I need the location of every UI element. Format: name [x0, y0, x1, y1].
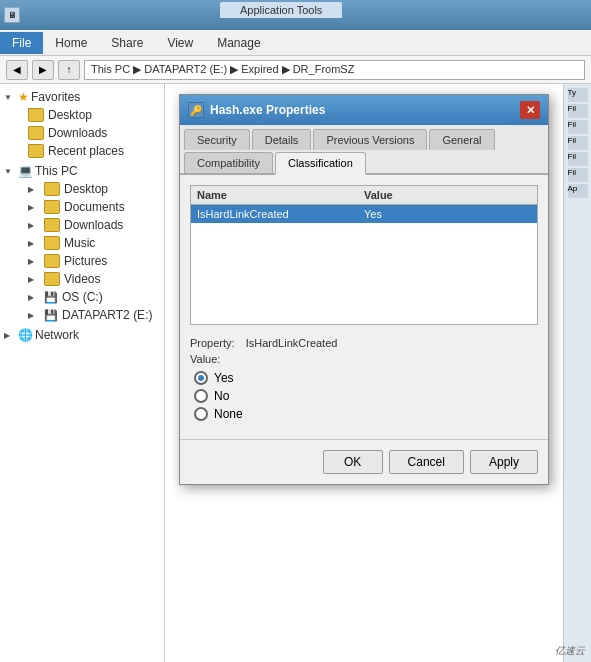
thispc-header[interactable]: ▼ 💻 This PC [0, 162, 164, 180]
expand-arrow-network: ▶ [4, 331, 16, 340]
radio-none-label: None [214, 407, 243, 421]
value-label: Value: [190, 353, 538, 365]
expand-icon: ▶ [28, 239, 40, 248]
main-layout: ▼ ★ Favorites Desktop Downloads Recent p… [0, 84, 591, 662]
radio-no-label: No [214, 389, 229, 403]
drive-icon: 💾 [44, 291, 58, 304]
folder-icon [44, 182, 60, 196]
title-bar: 🖥 Application Tools [0, 0, 591, 30]
label: Videos [64, 272, 100, 286]
menu-bar: File Home Share View Manage [0, 30, 591, 56]
content-area: 🔑 Hash.exe Properties ✕ Security Details… [165, 84, 563, 662]
expand-icon: ▶ [28, 185, 40, 194]
dialog-tabs: Security Details Previous Versions Gener… [180, 125, 548, 175]
network-header[interactable]: ▶ 🌐 Network [0, 326, 164, 344]
menu-manage[interactable]: Manage [205, 32, 272, 54]
sidebar-item-downloads[interactable]: ▶ Downloads [20, 216, 164, 234]
radio-yes[interactable]: Yes [194, 371, 538, 385]
expand-arrow-thispc: ▼ [4, 167, 16, 176]
menu-file[interactable]: File [0, 32, 43, 54]
menu-view[interactable]: View [155, 32, 205, 54]
sidebar-item-documents[interactable]: ▶ Documents [20, 198, 164, 216]
label: Desktop [48, 108, 92, 122]
path-text: This PC ▶ DATAPART2 (E:) ▶ Expired ▶ DR_… [91, 63, 354, 76]
radio-circle-none [194, 407, 208, 421]
properties-dialog: 🔑 Hash.exe Properties ✕ Security Details… [179, 94, 549, 485]
favorites-children: Desktop Downloads Recent places [0, 106, 164, 160]
label: Recent places [48, 144, 124, 158]
drive-icon: 💾 [44, 309, 58, 322]
folder-icon [28, 144, 44, 158]
cell-name: IsHardLinkCreated [197, 208, 364, 220]
tab-classification[interactable]: Classification [275, 152, 366, 175]
menu-share[interactable]: Share [99, 32, 155, 54]
dialog-title-text: Hash.exe Properties [210, 103, 325, 117]
rp-item-4: Fil [568, 152, 588, 166]
tab-previous-versions[interactable]: Previous Versions [313, 129, 427, 150]
sidebar-item-music[interactable]: ▶ Music [20, 234, 164, 252]
table-header: Name Value [191, 186, 537, 205]
ok-button[interactable]: OK [323, 450, 383, 474]
dialog-close-button[interactable]: ✕ [520, 101, 540, 119]
back-button[interactable]: ◀ [6, 60, 28, 80]
col-value: Value [364, 189, 531, 201]
sidebar-item-desktop-pc[interactable]: ▶ Desktop [20, 180, 164, 198]
dialog-overlay: 🔑 Hash.exe Properties ✕ Security Details… [165, 84, 563, 662]
expand-icon: ▶ [28, 293, 40, 302]
pc-icon: 💻 [18, 164, 33, 178]
property-key: Property: [190, 337, 235, 349]
apply-button[interactable]: Apply [470, 450, 538, 474]
forward-button[interactable]: ▶ [32, 60, 54, 80]
label: Downloads [64, 218, 123, 232]
folder-icon [44, 200, 60, 214]
dialog-footer: OK Cancel Apply [180, 439, 548, 484]
sidebar-item-downloads-fav[interactable]: Downloads [20, 124, 164, 142]
sidebar-item-osc[interactable]: ▶ 💾 OS (C:) [20, 288, 164, 306]
cell-value: Yes [364, 208, 531, 220]
folder-icon [44, 254, 60, 268]
tab-details[interactable]: Details [252, 129, 312, 150]
favorites-header[interactable]: ▼ ★ Favorites [0, 88, 164, 106]
dialog-app-icon: 🔑 [188, 102, 204, 118]
classification-table: Name Value IsHardLinkCreated Yes [190, 185, 538, 325]
watermark: 亿速云 [555, 644, 585, 658]
sidebar-item-datapart2[interactable]: ▶ 💾 DATAPART2 (E:) [20, 306, 164, 324]
sidebar-item-desktop-fav[interactable]: Desktop [20, 106, 164, 124]
right-panel: Ty Fil Fil Fil Fil Fil Ap [563, 84, 591, 662]
label: Pictures [64, 254, 107, 268]
label: Downloads [48, 126, 107, 140]
rp-item-3: Fil [568, 136, 588, 150]
folder-icon [44, 236, 60, 250]
favorites-label: Favorites [31, 90, 80, 104]
cancel-button[interactable]: Cancel [389, 450, 464, 474]
sidebar-item-recent-fav[interactable]: Recent places [20, 142, 164, 160]
property-display: Property: IsHardLinkCreated Value: Yes [190, 337, 538, 421]
thispc-children: ▶ Desktop ▶ Documents ▶ Downloads ▶ [0, 180, 164, 324]
rp-item-1: Fil [568, 104, 588, 118]
favorites-section: ▼ ★ Favorites Desktop Downloads Recent p… [0, 88, 164, 160]
menu-home[interactable]: Home [43, 32, 99, 54]
address-bar: ◀ ▶ ↑ This PC ▶ DATAPART2 (E:) ▶ Expired… [0, 56, 591, 84]
expand-icon: ▶ [28, 257, 40, 266]
expand-icon: ▶ [28, 311, 40, 320]
tab-compatibility[interactable]: Compatibility [184, 152, 273, 173]
tab-security[interactable]: Security [184, 129, 250, 150]
network-section: ▶ 🌐 Network [0, 326, 164, 344]
table-row[interactable]: IsHardLinkCreated Yes [191, 205, 537, 223]
tab-general[interactable]: General [429, 129, 494, 150]
up-button[interactable]: ↑ [58, 60, 80, 80]
radio-no[interactable]: No [194, 389, 538, 403]
radio-group: Yes No None [190, 371, 538, 421]
label: Desktop [64, 182, 108, 196]
label: OS (C:) [62, 290, 103, 304]
thispc-label: This PC [35, 164, 78, 178]
expand-icon: ▶ [28, 221, 40, 230]
network-icon: 🌐 [18, 328, 33, 342]
sidebar-item-videos[interactable]: ▶ Videos [20, 270, 164, 288]
address-path[interactable]: This PC ▶ DATAPART2 (E:) ▶ Expired ▶ DR_… [84, 60, 585, 80]
radio-none[interactable]: None [194, 407, 538, 421]
rp-item-5: Fil [568, 168, 588, 182]
sidebar-item-pictures[interactable]: ▶ Pictures [20, 252, 164, 270]
folder-icon [28, 126, 44, 140]
network-label: Network [35, 328, 79, 342]
